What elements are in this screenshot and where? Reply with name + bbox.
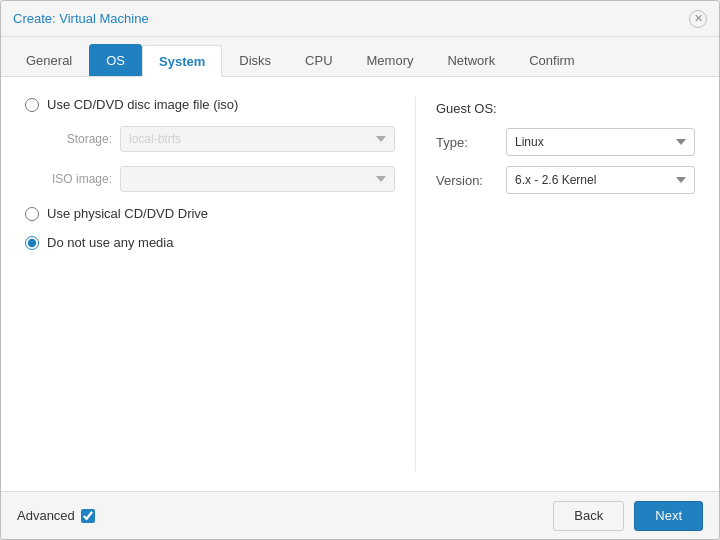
iso-label: Use CD/DVD disc image file (iso) bbox=[47, 97, 238, 112]
tab-general[interactable]: General bbox=[9, 44, 89, 76]
title-bar: Create: Virtual Machine ✕ bbox=[1, 1, 719, 37]
guest-os-section: Guest OS: Type: Linux Windows macOS Sola… bbox=[436, 101, 695, 194]
window-title: Create: Virtual Machine bbox=[13, 11, 149, 26]
iso-image-row: ISO image: bbox=[47, 166, 395, 192]
tab-system[interactable]: System bbox=[142, 45, 222, 77]
next-button[interactable]: Next bbox=[634, 501, 703, 531]
iso-image-select-wrapper bbox=[120, 166, 395, 192]
iso-image-label: ISO image: bbox=[47, 172, 112, 186]
advanced-section: Advanced bbox=[17, 508, 95, 523]
window: Create: Virtual Machine ✕ General OS Sys… bbox=[0, 0, 720, 540]
type-label: Type: bbox=[436, 135, 506, 150]
physical-option[interactable]: Use physical CD/DVD Drive bbox=[25, 206, 395, 221]
iso-radio[interactable] bbox=[25, 98, 39, 112]
tab-bar: General OS System Disks CPU Memory Netwo… bbox=[1, 37, 719, 77]
storage-select-wrapper: local-btrfs bbox=[120, 126, 395, 152]
storage-label: Storage: bbox=[47, 132, 112, 146]
version-label: Version: bbox=[436, 173, 506, 188]
tab-os[interactable]: OS bbox=[89, 44, 142, 76]
storage-row: Storage: local-btrfs bbox=[47, 126, 395, 152]
guest-os-title: Guest OS: bbox=[436, 101, 695, 116]
left-panel: Use CD/DVD disc image file (iso) Storage… bbox=[25, 97, 415, 471]
tab-network[interactable]: Network bbox=[430, 44, 512, 76]
no-media-label: Do not use any media bbox=[47, 235, 173, 250]
right-panel: Guest OS: Type: Linux Windows macOS Sola… bbox=[415, 97, 695, 471]
tab-cpu[interactable]: CPU bbox=[288, 44, 349, 76]
tab-disks[interactable]: Disks bbox=[222, 44, 288, 76]
no-media-radio[interactable] bbox=[25, 236, 39, 250]
type-row: Type: Linux Windows macOS Solaris Other bbox=[436, 128, 695, 156]
tab-confirm[interactable]: Confirm bbox=[512, 44, 592, 76]
close-button[interactable]: ✕ bbox=[689, 10, 707, 28]
storage-select[interactable]: local-btrfs bbox=[120, 126, 395, 152]
type-select[interactable]: Linux Windows macOS Solaris Other bbox=[506, 128, 695, 156]
tab-memory[interactable]: Memory bbox=[350, 44, 431, 76]
advanced-checkbox[interactable] bbox=[81, 509, 95, 523]
media-options: Use CD/DVD disc image file (iso) Storage… bbox=[25, 97, 395, 250]
version-select[interactable]: 6.x - 2.6 Kernel 5.x - 2.6 Kernel 4.x/3.… bbox=[506, 166, 695, 194]
version-row: Version: 6.x - 2.6 Kernel 5.x - 2.6 Kern… bbox=[436, 166, 695, 194]
back-button[interactable]: Back bbox=[553, 501, 624, 531]
no-media-option[interactable]: Do not use any media bbox=[25, 235, 395, 250]
physical-radio[interactable] bbox=[25, 207, 39, 221]
iso-option[interactable]: Use CD/DVD disc image file (iso) bbox=[25, 97, 395, 112]
physical-label: Use physical CD/DVD Drive bbox=[47, 206, 208, 221]
main-content: Use CD/DVD disc image file (iso) Storage… bbox=[1, 77, 719, 491]
iso-image-select[interactable] bbox=[120, 166, 395, 192]
footer: Advanced Back Next bbox=[1, 491, 719, 539]
advanced-label: Advanced bbox=[17, 508, 75, 523]
